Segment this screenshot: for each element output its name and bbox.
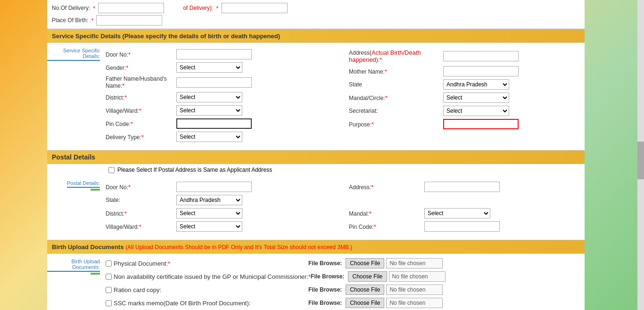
state-label: State [349,81,443,88]
village-ward-select[interactable]: Select [176,105,242,116]
ssc-label: SSC marks memo(Date Of Birth Proof Docum… [114,300,250,307]
state-select[interactable]: Andhra Pradesh Telangana Karnataka [443,79,509,90]
postal-door-no-input[interactable] [176,182,252,192]
postal-same-label: Please Select If Postal Address is Same … [117,167,272,173]
physical-choose-file-btn[interactable]: Choose File [346,258,384,268]
purpose-input[interactable] [443,119,519,129]
ssc-file-browse-label: File Browse: [308,300,342,306]
physical-doc-checkbox[interactable] [106,260,112,267]
postal-details-label: Postal Details: [67,180,100,188]
postal-district-label: District:* [106,210,176,217]
postal-section: Postal Details Please Select If Postal A… [47,150,585,238]
delivery-type-select[interactable]: Select [176,132,242,142]
postal-village-ward-label: Village/Ward:* [106,223,176,230]
service-section: Service Specific Details (Please specify… [47,29,585,148]
postal-mandal-select[interactable]: Select [424,208,490,218]
ssc-checkbox[interactable] [106,300,112,306]
address-input[interactable] [443,51,519,61]
postal-address-label: Address:* [349,184,424,191]
village-ward-label: Village/Ward:* [106,107,176,114]
place-of-birth-label: Place Of Birth: [52,17,88,24]
place-of-birth-input[interactable] [96,15,162,25]
mother-name-input[interactable] [443,66,519,76]
postal-door-no-label: Door No:* [106,184,176,191]
no-of-delivery-input[interactable] [98,3,164,13]
door-no-input[interactable] [176,49,252,59]
address-label: Address(Actual Birth/Deathhappened):* [349,49,443,63]
service-section-header: Service Specific Details (Please specify… [47,29,585,43]
upload-row-ssc: SSC marks memo(Date Of Birth Proof Docum… [106,296,583,310]
ration-file-status: No file chosen [386,285,443,295]
ssc-choose-file-btn[interactable]: Choose File [346,298,384,308]
delivery-type-label: Delivery Type:* [106,134,176,141]
postal-pin-code-label: Pin Code:* [349,223,424,230]
father-name-label: Father Name/Husband'sName:* [106,75,176,89]
mandal-circle-select[interactable]: Select [443,92,509,103]
father-name-input[interactable] [176,77,252,88]
upload-section: Birth Upload Documents (All Upload Docum… [47,240,585,310]
scrollbar[interactable] [637,0,644,310]
service-details-label: Service Specific Details: [47,48,100,61]
ration-checkbox[interactable] [106,287,112,293]
non-avail-file-status: No file chosen [389,271,446,282]
non-avail-label: Non availability certificate issued by t… [114,273,311,280]
pin-code-input[interactable] [176,118,252,129]
upload-row-ration: Ration card copy: File Browse: Choose Fi… [106,283,583,296]
upload-row-non-avail: Non availability certificate issued by t… [106,270,583,283]
ration-choose-file-btn[interactable]: Choose File [346,285,384,295]
gender-label: Gender:* [106,64,176,71]
door-no-label: Door No:* [106,51,176,58]
postal-district-select[interactable]: Select [176,208,242,218]
postal-mandal-label: Mandal:* [349,210,424,217]
physical-file-browse-label: File Browse: [308,260,342,267]
postal-checkbox-row: Please Select If Postal Address is Same … [47,164,585,176]
alt-of-delivery-label: of Delivery): [183,5,213,11]
purpose-label: Purpose:* [349,121,443,128]
district-label: District:* [106,94,176,101]
postal-state-select[interactable]: Andhra Pradesh Telangana [176,195,242,205]
upload-row-physical: Physical Document:* File Browse: Choose … [106,257,583,270]
non-avail-file-browse-label: File Browse: [311,273,344,280]
gender-select[interactable]: Select Male Female Other [176,62,242,73]
postal-village-ward-select[interactable]: Select [176,221,242,232]
postal-state-label: State: [106,197,176,203]
physical-doc-label: Physical Document:* [114,260,170,267]
non-avail-choose-file-btn[interactable]: Choose File [348,271,387,282]
postal-address-input[interactable] [424,182,500,192]
upload-header-note: (All Upload Documents Should be in PDF O… [125,244,352,251]
no-of-delivery-label: No.Of Delivery: [52,5,90,11]
top-section: No.Of Delivery: * of Delivery): * Place … [47,0,585,29]
upload-label: Birth Upload Documents: [47,259,100,272]
postal-pin-code-input[interactable] [424,221,500,232]
secretariat-label: Secretariat: [349,108,443,114]
postal-section-header: Postal Details [47,150,585,164]
physical-file-status: No file chosen [386,258,443,268]
mandal-circle-label: Mandal/Circle:* [349,94,443,101]
upload-section-header: Birth Upload Documents (All Upload Docum… [47,240,585,254]
ration-label: Ration card copy: [114,286,161,293]
secretariat-select[interactable]: Select [443,106,509,116]
ration-file-browse-label: File Browse: [308,286,342,293]
non-avail-checkbox[interactable] [106,274,112,280]
alt-of-delivery-input[interactable] [222,3,288,13]
pin-code-label: Pin Code:* [106,120,176,127]
postal-same-checkbox[interactable] [108,167,115,173]
district-select[interactable]: Select [176,92,242,102]
mother-name-label: Mother Name:* [349,68,443,75]
ssc-file-status: No file chosen [386,298,443,308]
